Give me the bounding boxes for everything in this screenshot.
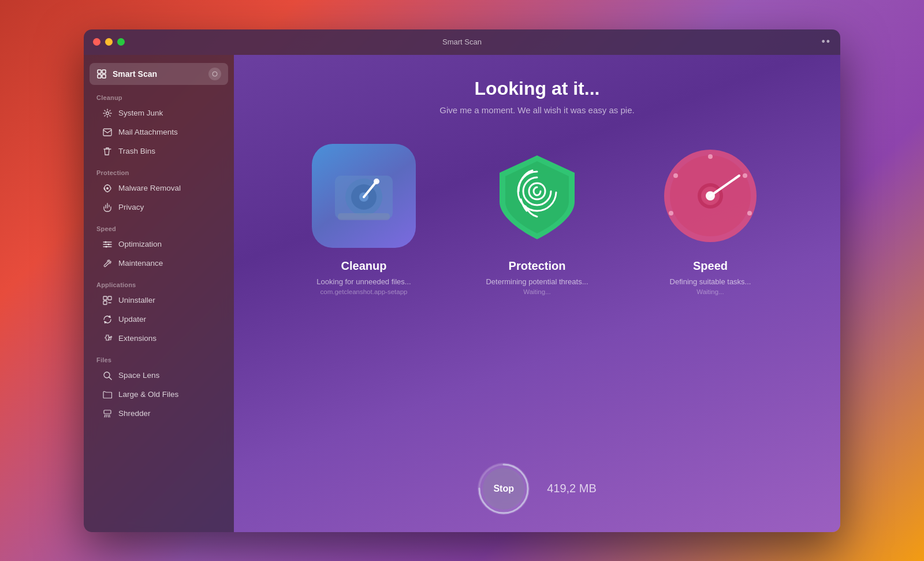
svg-point-34 [708, 154, 713, 159]
more-options-button[interactable]: •• [821, 36, 831, 48]
trash-bins-label: Trash Bins [118, 147, 155, 155]
sidebar-item-maintenance[interactable]: Maintenance [90, 254, 228, 273]
section-files-label: Files [84, 348, 234, 366]
svg-point-5 [106, 112, 109, 114]
svg-point-35 [743, 173, 747, 178]
mail-attachments-label: Mail Attachments [118, 128, 178, 136]
folder-icon [102, 389, 113, 400]
section-protection-label: Protection [84, 161, 234, 179]
cleanup-card-status: Looking for unneeded files... [316, 277, 411, 286]
sidebar-item-extensions[interactable]: Extensions [90, 329, 228, 348]
content-area: Smart Scan Cleanup System Junk [84, 55, 840, 532]
sidebar-item-smart-scan[interactable]: Smart Scan [90, 63, 228, 85]
close-button[interactable] [93, 38, 100, 46]
titlebar: Smart Scan •• [84, 29, 840, 55]
large-old-files-label: Large & Old Files [118, 390, 178, 399]
sidebar-item-mail-attachments[interactable]: Mail Attachments [90, 123, 228, 142]
refresh-icon [102, 314, 113, 325]
extensions-label: Extensions [118, 334, 157, 343]
svg-line-21 [105, 415, 105, 417]
main-title: Looking at it... [475, 78, 600, 99]
sidebar-item-malware-removal[interactable]: Malware Removal [90, 179, 228, 198]
biohazard-icon [102, 183, 113, 194]
protection-card-waiting: Waiting... [523, 288, 551, 295]
sidebar-item-large-old-files[interactable]: Large & Old Files [90, 385, 228, 404]
stop-button[interactable]: Stop [483, 468, 524, 510]
svg-line-19 [109, 377, 111, 380]
svg-rect-20 [104, 410, 111, 414]
speed-card: Speed Defining suitable tasks... Waiting… [641, 144, 780, 295]
main-content: Looking at it... Give me a moment. We al… [234, 55, 840, 532]
scan-icon [96, 69, 107, 79]
svg-point-11 [105, 241, 107, 243]
hdd-svg [326, 158, 401, 233]
maintenance-label: Maintenance [118, 259, 163, 268]
uninstaller-label: Uninstaller [118, 296, 155, 304]
sidebar-item-optimization[interactable]: Optimization [90, 235, 228, 254]
cleanup-card-title: Cleanup [341, 259, 387, 273]
svg-rect-31 [338, 213, 390, 220]
bottom-area: Stop 419,2 MB [478, 463, 597, 515]
speed-card-waiting: Waiting... [696, 288, 724, 295]
sidebar-item-privacy[interactable]: Privacy [90, 198, 228, 217]
speedometer-svg [658, 144, 762, 248]
traffic-lights [93, 38, 125, 46]
svg-point-12 [108, 243, 110, 245]
sidebar-smart-scan-label: Smart Scan [113, 69, 157, 79]
sidebar-item-uninstaller[interactable]: Uninstaller [90, 291, 228, 310]
updater-label: Updater [118, 315, 146, 324]
speed-icon-wrap [658, 144, 762, 248]
sidebar-item-trash-bins[interactable]: Trash Bins [90, 142, 228, 161]
space-lens-label: Space Lens [118, 371, 159, 380]
trash-icon [102, 146, 113, 157]
svg-rect-16 [103, 301, 107, 304]
sidebar-item-system-junk[interactable]: System Junk [90, 104, 228, 122]
puzzle-icon [102, 333, 113, 344]
malware-removal-label: Malware Removal [118, 184, 181, 192]
section-applications-label: Applications [84, 273, 234, 291]
cards-row: Cleanup Looking for unneeded files... co… [257, 144, 817, 295]
window-title: Smart Scan [442, 38, 482, 46]
minimize-button[interactable] [105, 38, 113, 46]
svg-point-4 [213, 72, 217, 76]
app-window: Smart Scan •• Smart Scan [84, 29, 840, 532]
wrench-icon [102, 258, 113, 269]
apps-icon [102, 295, 113, 306]
optimization-label: Optimization [118, 240, 162, 248]
svg-point-42 [706, 191, 715, 200]
svg-rect-2 [98, 75, 101, 78]
svg-point-36 [747, 211, 752, 216]
maximize-button[interactable] [117, 38, 125, 46]
svg-rect-0 [98, 70, 101, 73]
svg-rect-1 [102, 70, 106, 73]
speed-card-status: Defining suitable tasks... [670, 277, 751, 286]
sidebar-item-updater[interactable]: Updater [90, 310, 228, 329]
svg-point-30 [374, 179, 379, 184]
svg-rect-6 [103, 129, 111, 136]
shield-svg [485, 144, 589, 248]
protection-card: Protection Determining potential threats… [468, 144, 606, 295]
shredder-label: Shredder [118, 409, 151, 418]
svg-rect-14 [103, 296, 107, 300]
protection-card-title: Protection [509, 259, 566, 273]
sidebar-item-shredder[interactable]: Shredder [90, 404, 228, 423]
svg-line-24 [110, 415, 110, 417]
svg-rect-15 [108, 296, 111, 300]
svg-point-7 [106, 187, 109, 190]
lens-icon [102, 370, 113, 381]
gear-icon [102, 108, 113, 118]
sliders-icon [102, 239, 113, 250]
cleanup-card-file: com.getcleanshot.app-setapp [321, 288, 408, 295]
sidebar: Smart Scan Cleanup System Junk [84, 55, 234, 532]
section-cleanup-label: Cleanup [84, 86, 234, 103]
svg-point-38 [669, 211, 673, 216]
svg-rect-3 [102, 75, 106, 78]
svg-line-23 [108, 415, 109, 417]
active-badge [208, 68, 221, 80]
svg-line-22 [106, 415, 107, 417]
system-junk-label: System Junk [118, 109, 163, 117]
sidebar-item-space-lens[interactable]: Space Lens [90, 366, 228, 385]
size-label: 419,2 MB [547, 482, 597, 495]
speed-card-title: Speed [693, 259, 728, 273]
hand-icon [102, 202, 113, 213]
